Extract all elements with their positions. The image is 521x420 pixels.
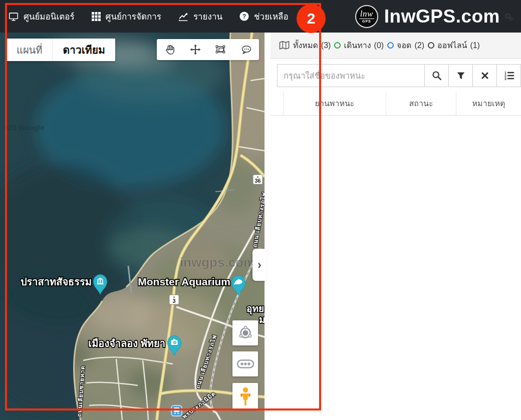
svg-text:36: 36 [254, 178, 260, 184]
nav-monitor-center[interactable]: ศูนย์มอนิเตอร์ [8, 10, 75, 23]
vehicle-search-bar: 123 [277, 64, 521, 87]
nav-label: ช่วยเหลือ [254, 10, 289, 23]
route-shield-36: 36 [253, 175, 263, 184]
pegman-icon [238, 386, 252, 406]
my-location-button[interactable] [232, 320, 258, 345]
help-icon: ? [239, 11, 249, 22]
nav-help[interactable]: ? ช่วยเหลือ [239, 10, 289, 23]
navbar-brand-area: lnw GPS InwGPS.com [355, 5, 514, 28]
map-type-map-button[interactable]: แผนที่ [7, 39, 53, 61]
svg-text:อุทย: อุทย [246, 303, 264, 315]
status-ring-offline [428, 42, 434, 49]
rect-select-icon [214, 44, 227, 56]
comment-icon [240, 44, 253, 56]
filter-button[interactable] [449, 64, 473, 87]
hand-icon [164, 44, 176, 56]
col-status[interactable]: สถานะ [386, 92, 456, 115]
map-canvas[interactable]: 020 Google inwgps.com ถนน เลียบทางรถไฟ ถ… [0, 33, 265, 420]
filter-moving[interactable]: เดินทาง (0) [334, 39, 384, 52]
map-type-satellite-button[interactable]: ดาวเทียม [53, 39, 115, 61]
rect-select-tool-button[interactable] [210, 40, 232, 60]
map-toolbar [157, 39, 259, 60]
svg-text:3: 3 [172, 298, 175, 304]
brand-name: InwGPS.com [384, 6, 500, 27]
streetview-coverage-button[interactable] [232, 351, 258, 376]
pan-tool-button[interactable] [159, 40, 181, 60]
col-select [271, 92, 283, 115]
vehicle-table-header: ยานพาหนะ สถานะ หมายเหตุ [271, 92, 521, 116]
chart-icon [178, 11, 189, 22]
vehicle-table: ยานพาหนะ สถานะ หมายเหตุ [271, 92, 521, 116]
vehicle-search-input[interactable] [277, 64, 425, 87]
monitor-icon [8, 11, 19, 22]
nav-management-center[interactable]: ศูนย์การจัดการ [91, 10, 161, 23]
bell-icon [302, 11, 313, 22]
pegman-button[interactable] [232, 383, 258, 409]
filter-label: ทั้งหมด [293, 39, 318, 52]
status-filter-bar: ทั้งหมด (3) เดินทาง (0) จอด (2) ออฟไลน์ … [271, 33, 521, 59]
nav-reports[interactable]: รายงาน [178, 10, 222, 23]
filter-parked[interactable]: จอด (2) [387, 39, 424, 52]
panel-divider [265, 33, 271, 420]
move-icon [189, 44, 201, 56]
google-watermark: 020 Google [4, 123, 45, 132]
transit-station-icon[interactable] [171, 405, 182, 416]
filter-offline[interactable]: ออฟไลน์ (1) [428, 39, 480, 52]
filter-count: (0) [374, 41, 384, 50]
status-ring-moving [334, 42, 341, 49]
nav-label: ศูนย์การจัดการ [106, 10, 161, 23]
logo-text: lnw [359, 10, 374, 19]
search-icon [431, 70, 442, 81]
filter-all[interactable]: ทั้งหมด (3) [293, 39, 331, 52]
col-vehicle[interactable]: ยานพาหนะ [283, 92, 386, 115]
numbered-list-icon: 123 [503, 70, 515, 82]
clear-x-icon [480, 71, 490, 81]
filter-count: (3) [321, 41, 331, 50]
gear-icon[interactable] [503, 11, 514, 22]
filter-count: (2) [414, 41, 424, 50]
map-pin-label: Monster Aquarium [138, 276, 230, 287]
map-pin-label: ปราสาทสัจธรรม [21, 276, 92, 287]
svg-text:ม: ม [259, 314, 265, 325]
map-pin-label: เมืองจำลอง พัทยา [88, 338, 165, 349]
map-list-icon [279, 41, 290, 50]
route-shield-3: 3 [169, 295, 179, 304]
coverage-pill-icon [236, 358, 254, 369]
panel-expand-tab[interactable]: › [252, 249, 267, 281]
brand-logo[interactable]: lnw GPS [355, 5, 378, 28]
clear-button[interactable] [473, 64, 497, 87]
locate-icon [238, 325, 253, 340]
status-ring-parked [387, 42, 394, 49]
map-type-switcher: แผนที่ ดาวเทียม [7, 39, 115, 61]
col-note[interactable]: หมายเหตุ [456, 92, 521, 115]
funnel-icon [455, 70, 466, 81]
move-tool-button[interactable] [184, 40, 206, 60]
logo-subtext: GPS [362, 20, 371, 23]
satellite-map: 020 Google inwgps.com ถนน เลียบทางรถไฟ ถ… [0, 33, 265, 420]
svg-text:3: 3 [504, 77, 506, 81]
svg-text:?: ? [242, 13, 246, 20]
top-navbar: ศูนย์มอนิเตอร์ ศูนย์การจัดการ รายงาน [0, 0, 521, 33]
filter-label: เดินทาง [344, 39, 371, 52]
comment-tool-button[interactable] [235, 40, 257, 60]
app-window: ศูนย์มอนิเตอร์ ศูนย์การจัดการ รายงาน [0, 0, 521, 420]
filter-label: จอด [397, 39, 411, 52]
vehicle-panel: ทั้งหมด (3) เดินทาง (0) จอด (2) ออฟไลน์ … [271, 33, 521, 420]
notifications-button[interactable] [302, 11, 313, 22]
filter-label: ออฟไลน์ [437, 39, 467, 52]
list-view-button[interactable]: 123 [497, 64, 521, 87]
nav-label: รายงาน [193, 10, 222, 23]
site-watermark: inwgps.com [180, 255, 255, 270]
search-button[interactable] [425, 64, 449, 87]
grid-icon [91, 12, 101, 22]
filter-count: (1) [470, 41, 480, 50]
nav-label: ศูนย์มอนิเตอร์ [24, 10, 75, 23]
